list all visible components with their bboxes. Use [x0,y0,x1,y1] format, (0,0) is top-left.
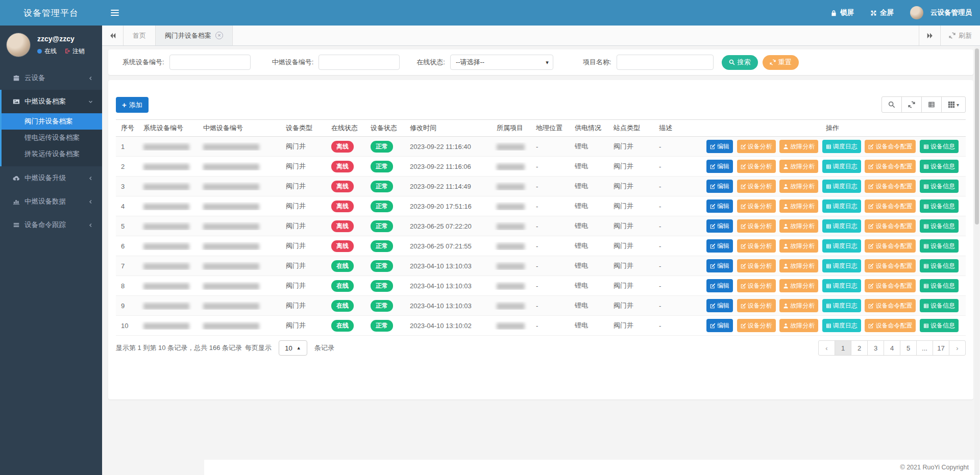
vertical-scrollbar[interactable] [974,46,979,475]
device-analysis-button[interactable]: 设备分析 [737,299,776,312]
table-search-toggle-button[interactable] [881,96,902,113]
edit-button[interactable]: 编辑 [706,219,733,233]
add-button[interactable]: +添加 [116,97,149,113]
dispatch-log-button[interactable]: 调度日志 [822,199,861,213]
sidebar-item-assembled-remote-archive[interactable]: 拼装远传设备档案 [2,146,102,162]
device-command-config-button[interactable]: 设备命令配置 [865,219,916,233]
sidebar-item-command-tracking[interactable]: 设备命令跟踪 [0,213,102,237]
dispatch-log-button[interactable]: 调度日志 [822,239,861,253]
dispatch-log-button[interactable]: 调度日志 [822,160,861,173]
tab-valve-well-archive[interactable]: 阀门井设备档案 × [156,26,233,45]
prev-page-button[interactable]: ‹ [818,340,835,356]
table-columns-button[interactable]: ▾ [941,96,966,113]
close-tab-icon[interactable]: × [215,32,223,39]
dispatch-log-button[interactable]: 调度日志 [822,299,861,312]
device-info-button[interactable]: 设备信息 [920,219,959,233]
dispatch-log-button[interactable]: 调度日志 [822,279,861,292]
tabs-scroll-left-icon[interactable] [102,26,124,45]
lock-screen-button[interactable]: 锁屏 [822,0,862,26]
sidebar-toggle-icon[interactable] [102,0,128,26]
page-button[interactable]: 2 [851,340,868,356]
logout-link[interactable]: 注销 [64,47,85,56]
fault-analysis-button[interactable]: 故障分析 [779,219,818,233]
tab-home[interactable]: 首页 [124,26,156,45]
edit-button[interactable]: 编辑 [706,140,733,153]
device-command-config-button[interactable]: 设备命令配置 [865,199,916,213]
dispatch-log-button[interactable]: 调度日志 [822,219,861,233]
device-command-config-button[interactable]: 设备命令配置 [865,279,916,292]
device-info-button[interactable]: 设备信息 [920,279,959,292]
edit-button[interactable]: 编辑 [706,279,733,292]
device-command-config-button[interactable]: 设备命令配置 [865,299,916,312]
project-name-input[interactable] [617,55,714,70]
device-info-button[interactable]: 设备信息 [920,160,959,173]
edit-button[interactable]: 编辑 [706,180,733,193]
edit-button[interactable]: 编辑 [706,319,733,332]
user-menu[interactable]: 云设备管理员 [902,0,980,26]
fault-analysis-button[interactable]: 故障分析 [779,239,818,253]
device-command-config-button[interactable]: 设备命令配置 [865,180,916,193]
fault-analysis-button[interactable]: 故障分析 [779,199,818,213]
page-button[interactable]: 4 [884,340,900,356]
sidebar-item-cn-device-archive[interactable]: 中燃设备档案 [2,90,102,113]
edit-button[interactable]: 编辑 [706,299,733,312]
device-info-button[interactable]: 设备信息 [920,199,959,213]
page-ellipsis[interactable]: ... [916,340,933,356]
device-info-button[interactable]: 设备信息 [920,180,959,193]
device-info-button[interactable]: 设备信息 [920,259,959,272]
refresh-tab-button[interactable]: 刷新 [940,26,980,45]
sidebar-item-cloud-device[interactable]: 云设备 [0,66,102,90]
page-size-select[interactable]: 10 ▲ [279,340,307,356]
device-analysis-button[interactable]: 设备分析 [737,319,776,332]
fault-analysis-button[interactable]: 故障分析 [779,299,818,312]
fault-analysis-button[interactable]: 故障分析 [779,279,818,292]
edit-button[interactable]: 编辑 [706,259,733,272]
device-analysis-button[interactable]: 设备分析 [737,239,776,253]
fullscreen-button[interactable]: 全屏 [862,0,902,26]
sidebar-item-lithium-remote-archive[interactable]: 锂电远传设备档案 [2,130,102,146]
device-analysis-button[interactable]: 设备分析 [737,180,776,193]
dispatch-log-button[interactable]: 调度日志 [822,140,861,153]
page-button[interactable]: 3 [867,340,884,356]
fault-analysis-button[interactable]: 故障分析 [779,180,818,193]
device-command-config-button[interactable]: 设备命令配置 [865,239,916,253]
device-analysis-button[interactable]: 设备分析 [737,160,776,173]
fault-analysis-button[interactable]: 故障分析 [779,160,818,173]
online-status-select[interactable]: --请选择-- ▾ [450,55,553,70]
cn-device-no-input[interactable] [318,55,400,70]
scrollbar-thumb[interactable] [975,48,979,224]
table-detail-view-button[interactable] [921,96,942,113]
device-analysis-button[interactable]: 设备分析 [737,219,776,233]
reset-button[interactable]: 重置 [763,55,799,70]
sidebar-item-valve-well-archive[interactable]: 阀门井设备档案 [2,113,102,130]
fault-analysis-button[interactable]: 故障分析 [779,319,818,332]
edit-button[interactable]: 编辑 [706,160,733,173]
device-analysis-button[interactable]: 设备分析 [737,279,776,292]
device-info-button[interactable]: 设备信息 [920,140,959,153]
dispatch-log-button[interactable]: 调度日志 [822,259,861,272]
device-command-config-button[interactable]: 设备命令配置 [865,259,916,272]
dispatch-log-button[interactable]: 调度日志 [822,180,861,193]
device-info-button[interactable]: 设备信息 [920,319,959,332]
dispatch-log-button[interactable]: 调度日志 [822,319,861,332]
system-device-no-input[interactable] [169,55,251,70]
device-info-button[interactable]: 设备信息 [920,239,959,253]
edit-button[interactable]: 编辑 [706,239,733,253]
page-button[interactable]: 5 [900,340,917,356]
fault-analysis-button[interactable]: 故障分析 [779,259,818,272]
device-command-config-button[interactable]: 设备命令配置 [865,319,916,332]
sidebar-item-device-data[interactable]: 中燃设备数据 [0,190,102,213]
fault-analysis-button[interactable]: 故障分析 [779,140,818,153]
device-info-button[interactable]: 设备信息 [920,299,959,312]
tabs-scroll-right-icon[interactable] [919,26,940,45]
device-command-config-button[interactable]: 设备命令配置 [865,160,916,173]
device-analysis-button[interactable]: 设备分析 [737,199,776,213]
page-button[interactable]: 1 [835,340,851,356]
next-page-button[interactable]: › [949,340,966,356]
device-analysis-button[interactable]: 设备分析 [737,259,776,272]
page-button[interactable]: 17 [933,340,949,356]
table-refresh-button[interactable] [901,96,922,113]
sidebar-item-device-upgrade[interactable]: 中燃设备升级 [0,166,102,190]
device-command-config-button[interactable]: 设备命令配置 [865,140,916,153]
edit-button[interactable]: 编辑 [706,199,733,213]
